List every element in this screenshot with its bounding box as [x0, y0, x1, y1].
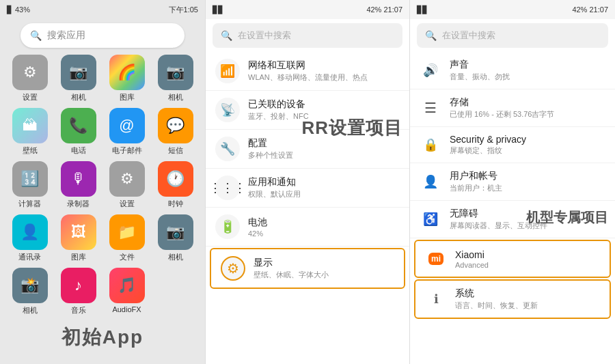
setting-title: 配置	[248, 137, 400, 150]
setting-icon: ⚙	[221, 256, 245, 281]
app-item[interactable]: 🕐 时钟	[152, 161, 198, 209]
apps-grid: ⚙ 设置 📷 相机 🌈 图库 📷 相机 🏔 壁纸 📞 电话 @ 电子邮件 💬 短…	[0, 55, 205, 316]
app-item[interactable]: 💬 短信	[152, 108, 198, 156]
search-bar-panel3[interactable]: 🔍 在设置中搜索	[417, 23, 608, 48]
right-title: 系统	[455, 288, 600, 300]
app-label: 电话	[71, 145, 86, 156]
app-label: 音乐	[71, 305, 86, 316]
right-icon: ℹ	[425, 288, 447, 310]
signal-icon: ▊	[7, 5, 12, 14]
app-item[interactable]: 🎙 录制器	[55, 161, 101, 209]
app-icon: ⚙	[109, 161, 145, 197]
app-item[interactable]: 🖼 图库	[55, 214, 101, 262]
app-item[interactable]: @ 电子邮件	[104, 108, 150, 156]
app-icon: 👤	[12, 214, 48, 250]
app-icon: 📷	[61, 55, 96, 90]
app-label: 时钟	[168, 199, 183, 209]
app-label: 文件	[120, 252, 135, 262]
xiaomi-setting-item[interactable]: mi Xiaomi Advanced	[414, 240, 611, 278]
setting-icon: 🔧	[215, 137, 240, 161]
right-title: 存储	[450, 96, 605, 109]
app-label: 相机	[168, 92, 183, 102]
right-setting-item[interactable]: ☰ 存储 已使用 16% - 还剩 53.76吉字节	[410, 89, 615, 127]
right-subtitle: 屏幕锁定、指纹	[450, 145, 605, 156]
app-icon: 🕐	[158, 161, 193, 197]
app-item[interactable]: 🎵 AudioFX	[104, 268, 150, 316]
panel-settings-middle: ▊▊ 42% 21:07 🔍 在设置中搜索 📶 网络和互联网 WLAN、移动网络…	[205, 0, 410, 364]
app-item[interactable]: 📁 文件	[104, 214, 150, 262]
right-title: 无障碍	[450, 208, 605, 220]
setting-text: 网络和互联网 WLAN、移动网络、流量使用、热点	[248, 59, 400, 83]
right-subtitle: 已使用 16% - 还剩 53.76吉字节	[450, 109, 605, 120]
setting-icon: 📶	[215, 59, 240, 83]
right-setting-item[interactable]: 🔒 Security & privacy 屏幕锁定、指纹	[410, 127, 615, 163]
battery-panel2: 42%	[366, 5, 381, 14]
setting-icon: ⋮⋮⋮	[215, 176, 240, 200]
app-item[interactable]: 🔢 计算器	[7, 161, 53, 209]
status-left-panel3: ▊▊	[417, 5, 428, 14]
app-item[interactable]: 📸 相机	[7, 268, 53, 316]
right-subtitle: Advanced	[455, 261, 600, 269]
setting-item[interactable]: ⋮⋮⋮ 应用和通知 权限、默认应用	[206, 169, 409, 208]
right-text: 无障碍 屏幕阅读器、显示、互动控件	[450, 208, 605, 231]
setting-subtitle: 壁纸、休眠、字体大小	[254, 270, 394, 280]
setting-item[interactable]: ⚙ 显示 壁纸、休眠、字体大小	[210, 248, 405, 289]
app-icon: 🎵	[109, 268, 145, 303]
setting-item[interactable]: 📶 网络和互联网 WLAN、移动网络、流量使用、热点	[206, 52, 409, 91]
app-label: 相机	[71, 92, 86, 102]
setting-title: 显示	[254, 257, 394, 269]
right-title: Xiaomi	[455, 249, 600, 260]
app-item[interactable]: ⚙ 设置	[7, 55, 53, 102]
setting-item[interactable]: 🔧 配置 多种个性设置	[206, 130, 409, 169]
right-text: 存储 已使用 16% - 还剩 53.76吉字节	[450, 96, 605, 120]
setting-icon: 📡	[215, 98, 240, 122]
app-item[interactable]: ♪ 音乐	[55, 268, 101, 316]
panel-apps: ▊ 43% 下午1:05 🔍 搜索应用 ⚙ 设置 📷 相机 🌈 图库 📷 相机 …	[0, 0, 205, 364]
right-title: 声音	[450, 59, 605, 71]
right-subtitle: 音量、振动、勿扰	[450, 72, 605, 82]
right-icon: 🔒	[420, 134, 441, 156]
right-setting-item[interactable]: ♿ 无障碍 屏幕阅读器、显示、互动控件	[410, 201, 615, 238]
search-icon-apps: 🔍	[30, 30, 42, 41]
right-text: 系统 语言、时间、恢复、更新	[455, 288, 600, 311]
app-item[interactable]: 🏔 壁纸	[7, 108, 53, 156]
app-icon: @	[109, 108, 145, 143]
status-bar-panel2: ▊▊ 42% 21:07	[206, 0, 409, 19]
status-left-panel2: ▊▊	[213, 5, 223, 14]
right-title: 用户和帐号	[450, 170, 605, 182]
right-subtitle: 当前用户：机主	[450, 183, 605, 193]
setting-item[interactable]: 📡 已关联的设备 蓝牙、投射、NFC	[206, 91, 409, 130]
setting-subtitle: 蓝牙、投射、NFC	[248, 111, 400, 122]
status-right-panel2: 42% 21:07	[366, 5, 402, 14]
setting-text: 应用和通知 权限、默认应用	[248, 176, 400, 199]
right-setting-item[interactable]: 👤 用户和帐号 当前用户：机主	[410, 163, 615, 201]
right-text: 声音 音量、振动、勿扰	[450, 59, 605, 82]
app-icon: ♪	[61, 268, 96, 303]
app-icon: 🏔	[12, 108, 48, 143]
system-setting-item[interactable]: ℹ 系统 语言、时间、恢复、更新	[414, 279, 611, 319]
right-icon: 👤	[420, 171, 441, 193]
setting-item[interactable]: 🔋 电池 42%	[206, 208, 409, 247]
status-right-panel3: 42% 21:07	[572, 5, 608, 14]
setting-subtitle: WLAN、移动网络、流量使用、热点	[248, 72, 400, 83]
panel1-bottom-label: 初始App	[0, 324, 205, 350]
app-icon: ⚙	[12, 55, 48, 90]
app-icon: 📞	[61, 108, 96, 143]
setting-title: 应用和通知	[248, 176, 400, 188]
setting-text: 显示 壁纸、休眠、字体大小	[254, 257, 394, 280]
right-text: Security & privacy 屏幕锁定、指纹	[450, 134, 605, 156]
app-label: 短信	[168, 145, 183, 156]
app-item[interactable]: 📷 相机	[152, 55, 198, 102]
search-bar-panel2[interactable]: 🔍 在设置中搜索	[213, 23, 402, 48]
app-item[interactable]: 🌈 图库	[104, 55, 150, 102]
app-item[interactable]: 📞 电话	[55, 108, 101, 156]
right-setting-item[interactable]: 🔊 声音 音量、振动、勿扰	[410, 52, 615, 89]
status-right-panel1: 下午1:05	[169, 5, 198, 15]
app-item[interactable]: ⚙ 设置	[104, 161, 150, 209]
time-panel3: 21:07	[589, 5, 608, 14]
app-label: 录制器	[67, 199, 90, 209]
app-item[interactable]: 📷 相机	[152, 214, 198, 262]
app-item[interactable]: 📷 相机	[55, 55, 101, 102]
search-bar-apps[interactable]: 🔍 搜索应用	[20, 23, 184, 48]
app-item[interactable]: 👤 通讯录	[7, 214, 53, 262]
